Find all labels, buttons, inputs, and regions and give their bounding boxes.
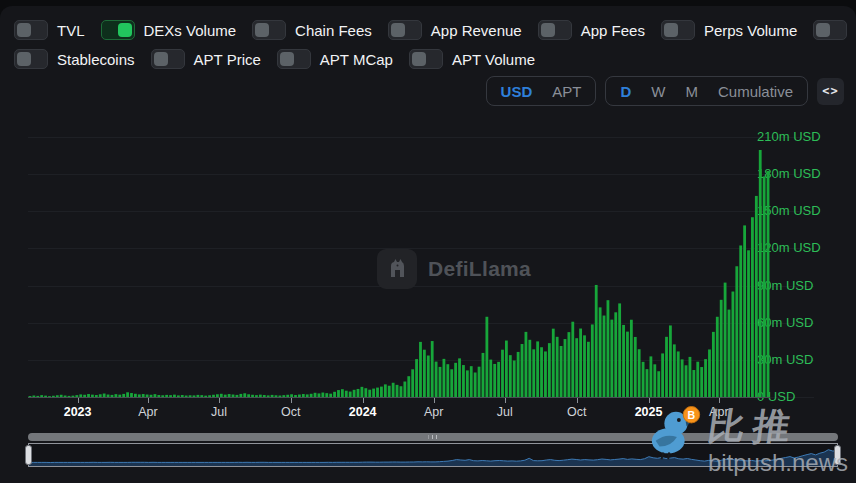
- volume-bar-chart: 0 USD30m USD60m USD90m USD120m USD150m U…: [0, 6, 856, 483]
- chart-scrollbar[interactable]: [28, 433, 838, 441]
- x-axis-tick-label: 2025: [635, 405, 663, 419]
- brush-handle-right[interactable]: [834, 445, 841, 465]
- x-axis-tick: [505, 398, 506, 403]
- brush-handle-left[interactable]: [25, 445, 32, 465]
- x-axis-tick: [219, 398, 220, 403]
- brush-mini-chart: [29, 444, 837, 466]
- x-axis-tick-label: Oct: [281, 405, 300, 419]
- x-axis-tick: [78, 398, 79, 403]
- x-axis-line: [28, 397, 770, 398]
- x-axis-tick-label: Jul: [497, 405, 513, 419]
- x-axis-tick-label: 2024: [349, 405, 377, 419]
- x-axis-tick: [649, 398, 650, 403]
- x-axis-tick: [291, 398, 292, 403]
- chart-panel: TVLDEXs VolumeChain FeesApp RevenueApp F…: [0, 6, 856, 483]
- x-axis-tick-label: Apr: [424, 405, 443, 419]
- x-axis-tick-label: Oct: [567, 405, 586, 419]
- x-axis-tick: [434, 398, 435, 403]
- x-axis-tick-label: Jul: [211, 405, 227, 419]
- x-axis-tick-label: 2023: [64, 405, 92, 419]
- x-axis-tick-label: Apr: [138, 405, 157, 419]
- x-axis-tick: [363, 398, 364, 403]
- volume-bars: [28, 137, 770, 397]
- x-axis-tick: [577, 398, 578, 403]
- x-axis-tick-label: Apr: [709, 405, 728, 419]
- x-axis-tick: [148, 398, 149, 403]
- x-axis-tick: [719, 398, 720, 403]
- defillama-chart-widget: TVLDEXs VolumeChain FeesApp RevenueApp F…: [0, 0, 856, 483]
- time-range-brush[interactable]: [28, 443, 838, 467]
- scrollbar-grip-icon[interactable]: [429, 435, 438, 439]
